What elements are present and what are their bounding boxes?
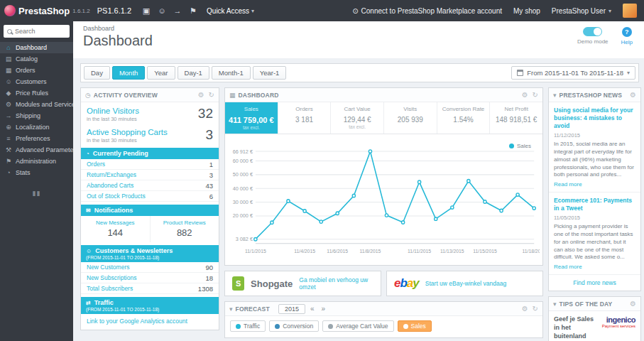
- gear-icon[interactable]: ⚙: [522, 305, 528, 313]
- kpi-tab[interactable]: Visits 205 939: [384, 102, 437, 134]
- kpi-tab[interactable]: Orders 3 181: [278, 102, 332, 134]
- kpi-value: 205 939: [386, 116, 435, 124]
- topbar-icon[interactable]: →: [170, 0, 185, 21]
- notification-cell[interactable]: Product Reviews 882: [151, 216, 219, 242]
- google-analytics-link[interactable]: Link to your Google Analytics account: [81, 314, 219, 330]
- topbar-icon[interactable]: ⚑: [185, 0, 201, 21]
- svg-text:11/8/2015: 11/8/2015: [360, 249, 381, 254]
- sidebar-item[interactable]: ⌂ Dashboard: [0, 42, 73, 53]
- kpi-note: [280, 124, 329, 130]
- series-dot-icon: [275, 324, 280, 329]
- customers-row-link[interactable]: New Subscriptions: [87, 274, 136, 281]
- kpi-tab[interactable]: Sales 411 759,00 € tax excl.: [225, 102, 278, 134]
- article-title-link[interactable]: Using social media for your business: 4 …: [554, 107, 635, 130]
- my-shop-link[interactable]: My shop: [513, 7, 540, 15]
- customers-row: Total Subscribers 1308: [81, 283, 219, 294]
- help-icon[interactable]: ?: [622, 27, 632, 37]
- period-button[interactable]: Month-1: [212, 66, 251, 80]
- prestashop-logo-icon: [4, 5, 16, 16]
- news-panel-title: PRESTASHOP NEWS: [560, 92, 623, 99]
- news-article: Using social media for your business: 4 …: [549, 102, 640, 193]
- series-dot-icon: [403, 324, 408, 329]
- activity-column: ◷ ACTIVITY OVERVIEW ⚙ ↻ Online Visito: [80, 87, 219, 335]
- pending-row-link[interactable]: Orders: [87, 161, 105, 168]
- sidebar-collapse-handle[interactable]: ▮▮: [0, 190, 73, 197]
- customers-row-link[interactable]: Total Subscribers: [87, 285, 133, 292]
- refresh-icon[interactable]: ↻: [533, 305, 538, 313]
- middle-column: ▦ DASHBOARD ⚙ ↻ Sales 411 759,00 €: [224, 87, 543, 341]
- sidebar-search[interactable]: [4, 25, 70, 38]
- forecast-series-toggle[interactable]: Sales: [398, 320, 432, 332]
- customers-row-link[interactable]: New Customers: [87, 264, 129, 271]
- topbar-icon[interactable]: ☺: [154, 0, 170, 21]
- topbar-icon[interactable]: ▣: [138, 0, 154, 21]
- search-input[interactable]: [15, 28, 66, 35]
- quick-access-menu[interactable]: Quick Access ▾: [207, 7, 254, 15]
- period-button[interactable]: Day: [84, 66, 110, 80]
- demo-mode-toggle[interactable]: [583, 27, 602, 36]
- gear-icon[interactable]: ⚙: [522, 91, 528, 99]
- next-year-icon[interactable]: »: [319, 305, 327, 313]
- sidebar-item[interactable]: ▦ Orders: [0, 65, 73, 76]
- gear-icon[interactable]: ⚙: [630, 300, 636, 308]
- activity-metric[interactable]: Active Shopping Carts in the last 30 min…: [81, 124, 219, 145]
- sidebar-item-label: Preferences: [16, 135, 50, 142]
- read-more-link[interactable]: Read more: [554, 181, 635, 188]
- shopgate-link[interactable]: Ga mobiel en verhoog uw omzet: [299, 276, 373, 291]
- sidebar-item[interactable]: ◆ Price Rules: [0, 87, 73, 99]
- read-more-link[interactable]: Read more: [554, 264, 635, 270]
- quick-access-label: Quick Access: [207, 7, 249, 15]
- article-title-link[interactable]: Ecommerce 101: Payments in a Tweet: [554, 197, 635, 212]
- gear-icon[interactable]: ⚙: [198, 91, 204, 99]
- pending-row-link[interactable]: Abandoned Carts: [87, 182, 133, 189]
- kpi-tab[interactable]: Conversion Rate 1.54%: [437, 102, 491, 134]
- forecast-series-toggle[interactable]: Traffic: [230, 320, 266, 332]
- sidebar-item[interactable]: ⚙ Modules and Services: [0, 99, 73, 110]
- activity-metric[interactable]: Online Visitors in the last 30 minutes 3…: [81, 102, 219, 124]
- kpi-tab[interactable]: Cart Value 129,44 € tax excl.: [331, 102, 384, 134]
- period-button[interactable]: Day-1: [178, 66, 209, 80]
- forecast-series-toggle[interactable]: Conversion: [269, 320, 319, 332]
- refresh-icon[interactable]: ↻: [209, 91, 214, 99]
- news-articles: Using social media for your business: 4 …: [549, 102, 640, 275]
- period-button[interactable]: Year: [147, 66, 175, 80]
- period-button[interactable]: Year-1: [253, 66, 287, 80]
- metric-sublabel: in the last 30 minutes: [87, 137, 168, 144]
- sidebar-item[interactable]: ☺ Customers: [0, 76, 73, 87]
- notification-value: 144: [82, 227, 148, 238]
- shop-name-link[interactable]: PS1.6.1.2: [97, 6, 131, 15]
- gear-icon[interactable]: ⚙: [630, 91, 636, 99]
- avatar[interactable]: [623, 4, 637, 18]
- activity-panel-header: ◷ ACTIVITY OVERVIEW ⚙ ↻: [81, 88, 219, 102]
- kpi-note: [491, 124, 541, 130]
- refresh-icon[interactable]: ↻: [533, 91, 538, 99]
- prestashop-logo[interactable]: PrestaShop 1.6.1.2: [4, 5, 90, 16]
- ebay-link[interactable]: Start uw eBay-winkel vandaag: [425, 280, 506, 287]
- sidebar-item[interactable]: ⚒ Advanced Parameters: [0, 144, 73, 156]
- sidebar-item[interactable]: ⚑ Administration: [0, 156, 73, 167]
- date-range-picker[interactable]: From 2015-11-01 To 2015-11-18 ▾: [511, 66, 635, 80]
- prev-year-icon[interactable]: «: [308, 305, 317, 313]
- shopgate-ad[interactable]: S Shopgate Ga mobiel en verhoog uw omzet: [224, 271, 381, 296]
- sidebar-item[interactable]: ▤ Catalog: [0, 53, 73, 65]
- ebay-ad[interactable]: ebay Start uw eBay-winkel vandaag: [386, 271, 543, 296]
- pending-row-link[interactable]: Return/Exchanges: [87, 171, 136, 178]
- period-button[interactable]: Month: [112, 66, 145, 80]
- notification-cell[interactable]: New Messages 144: [81, 216, 151, 242]
- svg-text:11/13/2015: 11/13/2015: [440, 249, 464, 254]
- sidebar-item[interactable]: ≡ Preferences: [0, 133, 73, 144]
- user-menu[interactable]: PrestaShop User ▾: [552, 7, 611, 15]
- sidebar-item[interactable]: ⊕ Localization: [0, 121, 73, 133]
- traffic-title: Traffic: [94, 299, 114, 306]
- sidebar-item[interactable]: → Shipping: [0, 110, 73, 121]
- forecast-series-toggle[interactable]: Average Cart Value: [322, 320, 393, 332]
- forecast-year[interactable]: 2015: [278, 304, 305, 314]
- pending-row-link[interactable]: Out of Stock Products: [87, 193, 146, 200]
- ingenico-logo[interactable]: ingenico Payment services: [602, 315, 635, 341]
- sidebar-item[interactable]: ◔ Stats: [0, 167, 73, 178]
- pending-row-value: 6: [209, 193, 213, 200]
- find-more-news-link[interactable]: Find more news: [549, 275, 640, 291]
- marketplace-link[interactable]: ⊙ Connect to PrestaShop Marketplace acco…: [352, 7, 502, 15]
- sales-chart-svg[interactable]: 66 912 €60 000 €50 000 €40 000 €30 000 €…: [228, 139, 540, 265]
- kpi-tab[interactable]: Net Profit 148 918,51 €: [490, 102, 542, 134]
